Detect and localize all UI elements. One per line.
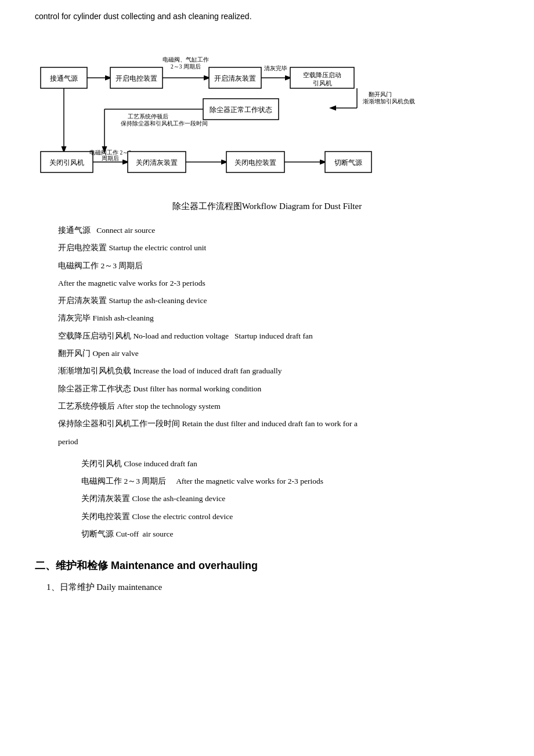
svg-text:2～3 周期后: 2～3 周期后 [171, 63, 201, 70]
svg-text:关闭电控装置: 关闭电控装置 [234, 159, 276, 167]
glossary-item: 开启电控装置 Startup the electric control unit [58, 241, 499, 255]
glossary-item: 空载降压启动引风机 No-load and reduction voltage … [58, 329, 499, 343]
flowchart-wrapper: 接通气源 开启电控装置 电磁阀、气缸工作 2～3 周期后 开启清灰装置 清灰完毕… [35, 38, 499, 189]
svg-text:电磁阀工作 2～3: 电磁阀工作 2～3 [89, 149, 131, 156]
diagram-title: 除尘器工作流程图Workflow Diagram for Dust Filter [35, 201, 499, 212]
glossary-section: 接通气源 Connect air source 开启电控装置 Startup t… [58, 224, 499, 541]
glossary-item: 开启清灰装置 Startup the ash-cleaning device [58, 294, 499, 308]
svg-text:引风机: 引风机 [313, 80, 332, 87]
svg-text:保持除尘器和引风机工作一段时间: 保持除尘器和引风机工作一段时间 [121, 120, 208, 127]
svg-text:清灰完毕: 清灰完毕 [264, 65, 287, 71]
glossary-item: 电磁阀工作 2～3 周期后 After the magnetic valve w… [81, 474, 499, 488]
glossary-item: 关闭引风机 Close induced draft fan [81, 457, 499, 471]
glossary-item: 关闭电控装置 Close the electric control device [81, 510, 499, 524]
section2-heading: 二、维护和检修 Maintenance and overhauling [35, 559, 499, 573]
glossary-item: After the magnetic valve works for 2-3 p… [58, 276, 499, 290]
svg-text:电磁阀、气缸工作: 电磁阀、气缸工作 [163, 56, 209, 63]
svg-text:工艺系统停顿后: 工艺系统停顿后 [128, 113, 168, 120]
glossary-item: 切断气源 Cut-off air source [81, 527, 499, 541]
glossary-item: 除尘器正常工作状态 Dust filter has normal working… [58, 382, 499, 396]
svg-text:翻开风门: 翻开风门 [369, 91, 392, 98]
flowchart-svg: 接通气源 开启电控装置 电磁阀、气缸工作 2～3 周期后 开启清灰装置 清灰完毕… [35, 38, 499, 189]
svg-text:空载降压启动: 空载降压启动 [303, 71, 341, 78]
glossary-item: 接通气源 Connect air source [58, 224, 499, 237]
glossary-item: 保持除尘器和引风机工作一段时间 Retain the dust filter a… [58, 417, 499, 431]
svg-text:渐渐增加引风机负载: 渐渐增加引风机负载 [363, 98, 415, 105]
section2-sub1: 1、日常维护 Daily maintenance [46, 582, 499, 593]
svg-text:开启电控装置: 开启电控装置 [116, 74, 157, 82]
svg-text:关闭引风机: 关闭引风机 [49, 159, 84, 167]
svg-text:周期后: 周期后 [102, 155, 119, 161]
glossary-item: 渐渐增加引风机负载 Increase the load of induced d… [58, 364, 499, 378]
glossary-item: 关闭清灰装置 Close the ash-cleaning device [81, 492, 499, 506]
intro-text: control for cylinder dust collecting and… [35, 12, 499, 21]
glossary-item: 清灰完毕 Finish ash-cleaning [58, 311, 499, 325]
svg-text:除尘器正常工作状态: 除尘器正常工作状态 [210, 106, 272, 114]
glossary-item: 翻开风门 Open air valve [58, 347, 499, 361]
glossary-item: period [58, 435, 499, 449]
glossary-item: 工艺系统停顿后 After stop the technology system [58, 399, 499, 413]
svg-text:接通气源: 接通气源 [50, 74, 78, 82]
svg-text:关闭清灰装置: 关闭清灰装置 [136, 159, 178, 167]
glossary-item: 电磁阀工作 2～3 周期后 [58, 259, 499, 273]
svg-text:开启清灰装置: 开启清灰装置 [214, 74, 256, 82]
svg-text:切断气源: 切断气源 [334, 159, 362, 167]
